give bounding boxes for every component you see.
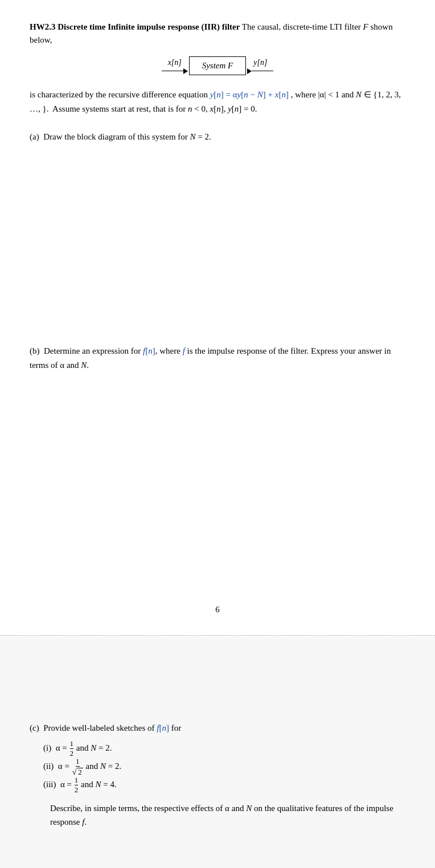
frac-one-half-iii: 1 2: [75, 776, 79, 795]
part-c-describe: Describe, in simple terms, the respectiv…: [50, 801, 405, 830]
hw-title-rest: The causal, discrete-time LTI filter: [240, 22, 363, 31]
system-f-label: F: [228, 61, 233, 70]
equation: y[n] = αy[n − N] + x[n]: [210, 90, 291, 99]
part-a-label: (a): [30, 132, 39, 141]
sqrt2: √ 2: [72, 768, 83, 776]
subparts: (i) α = 1 2 and N = 2. (ii) α = 1 √ 2: [43, 740, 405, 795]
part-b-label: (b): [30, 346, 40, 355]
f-inline: f: [183, 346, 185, 355]
subpart-i-label: (i): [43, 743, 51, 752]
frac-one-half-i: 1 2: [70, 740, 74, 758]
f-n-inline: f[n]: [143, 346, 155, 355]
input-arrow: [162, 68, 188, 74]
part-b-blank-space: [30, 377, 405, 571]
hw-title-bold: HW2.3 Discrete time Infinite impulse res…: [30, 22, 240, 31]
input-label-group: x[n]: [162, 58, 188, 74]
system-box: System F: [189, 56, 247, 75]
part-c-label: (c): [30, 723, 39, 732]
output-label-group: y[n]: [247, 58, 273, 74]
page-bottom: (c) Provide well-labeled sketches of f[n…: [0, 635, 435, 868]
subpart-ii-label: (ii): [43, 761, 54, 771]
output-arrow: [247, 68, 273, 74]
body-text: is characterized by the recursive differ…: [30, 88, 405, 116]
output-label: y[n]: [253, 58, 267, 67]
hw-title: HW2.3 Discrete time Infinite impulse res…: [30, 21, 405, 46]
subpart-i: (i) α = 1 2 and N = 2.: [43, 740, 405, 758]
part-a: (a) Draw the block diagram of this syste…: [30, 130, 405, 144]
f-n-c: f[n]: [157, 723, 169, 732]
page-number: 6: [30, 605, 405, 615]
subpart-iii: (iii) α = 1 2 and N = 4.: [43, 776, 405, 795]
input-label: x[n]: [168, 58, 182, 67]
part-c: (c) Provide well-labeled sketches of f[n…: [30, 721, 405, 735]
part-b: (b) Determine an expression for f[n], wh…: [30, 344, 405, 372]
frac-one-sqrt2: 1 √ 2: [72, 758, 83, 776]
subpart-ii: (ii) α = 1 √ 2 and N = 2.: [43, 758, 405, 776]
page-top: HW2.3 Discrete time Infinite impulse res…: [0, 0, 435, 635]
filter-name: F: [363, 22, 368, 31]
page-bottom-blank-top: [30, 656, 405, 707]
system-diagram: x[n] System F y[n]: [30, 56, 405, 75]
subpart-iii-label: (iii): [43, 780, 56, 789]
part-a-blank-space: [30, 148, 405, 330]
